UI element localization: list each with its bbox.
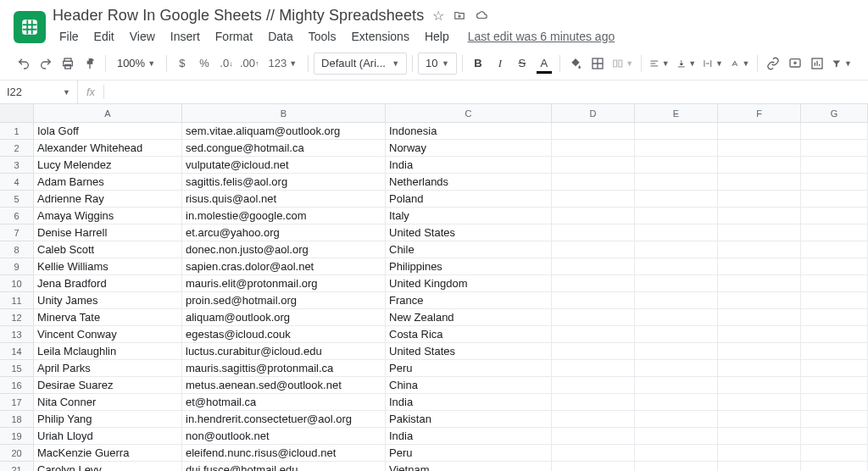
cell[interactable]: April Parks	[34, 360, 182, 377]
cell[interactable]: India	[386, 157, 552, 174]
cell[interactable]: Kellie Williams	[34, 258, 182, 275]
zoom-select[interactable]: 100%▼	[111, 53, 161, 75]
sheets-logo-icon[interactable]	[14, 11, 46, 43]
cell[interactable]	[635, 140, 718, 157]
cell[interactable]	[552, 292, 635, 309]
undo-icon[interactable]	[14, 53, 34, 75]
cell[interactable]: Vietnam	[386, 462, 552, 471]
cell[interactable]	[718, 123, 801, 140]
cell[interactable]	[552, 343, 635, 360]
cell[interactable]	[635, 428, 718, 445]
cell[interactable]	[801, 208, 868, 224]
cell[interactable]: in.hendrerit.consectetuer@aol.org	[182, 411, 386, 428]
row-header[interactable]: 2	[0, 140, 34, 157]
cell[interactable]	[718, 411, 801, 428]
cell[interactable]: metus.aenean.sed@outlook.net	[182, 377, 386, 394]
borders-icon[interactable]	[587, 53, 608, 75]
cell[interactable]	[801, 123, 868, 140]
cell[interactable]: aliquam@outlook.org	[182, 309, 386, 326]
cell[interactable]: Nita Conner	[34, 394, 182, 411]
cell[interactable]	[801, 326, 868, 343]
cell[interactable]: Alexander Whitehead	[34, 140, 182, 157]
cell[interactable]	[552, 360, 635, 377]
cell[interactable]	[552, 377, 635, 394]
row-header[interactable]: 19	[0, 428, 34, 445]
cell[interactable]	[635, 360, 718, 377]
cell[interactable]: Costa Rica	[386, 326, 552, 343]
column-header-A[interactable]: A	[34, 104, 182, 123]
row-header[interactable]: 5	[0, 191, 34, 208]
cell[interactable]	[635, 174, 718, 191]
cell[interactable]: Vincent Conway	[34, 326, 182, 343]
cell[interactable]	[718, 224, 801, 241]
decrease-decimal-button[interactable]: .0↓	[216, 53, 236, 75]
cell[interactable]: et.arcu@yahoo.org	[182, 224, 386, 241]
cell[interactable]	[552, 394, 635, 411]
cell[interactable]: Denise Harrell	[34, 224, 182, 241]
cell[interactable]	[801, 224, 868, 241]
cell[interactable]	[635, 157, 718, 174]
cell[interactable]	[552, 462, 635, 471]
cell[interactable]	[718, 241, 801, 258]
cell[interactable]: egestas@icloud.couk	[182, 326, 386, 343]
cell[interactable]: Minerva Tate	[34, 309, 182, 326]
cell[interactable]	[718, 394, 801, 411]
cell[interactable]	[552, 191, 635, 208]
menu-insert[interactable]: Insert	[164, 26, 207, 47]
menu-view[interactable]: View	[123, 26, 162, 47]
cell[interactable]	[718, 140, 801, 157]
cell[interactable]	[635, 343, 718, 360]
menu-file[interactable]: File	[53, 26, 86, 47]
cell[interactable]	[801, 428, 868, 445]
row-header[interactable]: 16	[0, 377, 34, 394]
menu-extensions[interactable]: Extensions	[344, 26, 415, 47]
cell[interactable]	[552, 309, 635, 326]
cell[interactable]	[801, 445, 868, 462]
cell[interactable]	[801, 377, 868, 394]
cell[interactable]: Netherlands	[386, 174, 552, 191]
merge-cells-icon[interactable]: ▼	[609, 53, 636, 75]
row-header[interactable]: 13	[0, 326, 34, 343]
cell[interactable]	[718, 191, 801, 208]
cell[interactable]	[635, 394, 718, 411]
cell[interactable]: France	[386, 292, 552, 309]
cell[interactable]	[635, 292, 718, 309]
menu-help[interactable]: Help	[418, 26, 456, 47]
cell[interactable]	[718, 258, 801, 275]
cell[interactable]: New Zealand	[386, 309, 552, 326]
cell[interactable]: India	[386, 394, 552, 411]
row-header[interactable]: 4	[0, 174, 34, 191]
increase-decimal-button[interactable]: .00↑	[238, 53, 261, 75]
cell[interactable]	[801, 140, 868, 157]
cell[interactable]	[552, 275, 635, 292]
name-box[interactable]: I22▼	[0, 80, 78, 103]
last-edit-link[interactable]: Last edit was 6 minutes ago	[468, 30, 615, 43]
cell[interactable]: risus.quis@aol.net	[182, 191, 386, 208]
column-header-C[interactable]: C	[386, 104, 552, 123]
cell[interactable]: sagittis.felis@aol.org	[182, 174, 386, 191]
cell[interactable]: Peru	[386, 445, 552, 462]
cell[interactable]	[801, 462, 868, 471]
cell[interactable]	[718, 343, 801, 360]
cell[interactable]: sapien.cras.dolor@aol.net	[182, 258, 386, 275]
cell[interactable]	[801, 258, 868, 275]
cell[interactable]	[552, 208, 635, 224]
cell[interactable]	[718, 275, 801, 292]
cell[interactable]: Peru	[386, 360, 552, 377]
cell[interactable]: Lucy Melendez	[34, 157, 182, 174]
font-size-select[interactable]: 10▼	[418, 53, 457, 75]
row-header[interactable]: 17	[0, 394, 34, 411]
cell[interactable]: United States	[386, 343, 552, 360]
cell[interactable]: China	[386, 377, 552, 394]
column-header-F[interactable]: F	[718, 104, 801, 123]
row-header[interactable]: 10	[0, 275, 34, 292]
row-header[interactable]: 8	[0, 241, 34, 258]
cell[interactable]	[552, 241, 635, 258]
cell[interactable]: India	[386, 428, 552, 445]
row-header[interactable]: 18	[0, 411, 34, 428]
row-header[interactable]: 9	[0, 258, 34, 275]
paint-format-icon[interactable]	[80, 53, 100, 75]
cell[interactable]: Norway	[386, 140, 552, 157]
cell[interactable]: vulputate@icloud.net	[182, 157, 386, 174]
cell[interactable]	[635, 445, 718, 462]
